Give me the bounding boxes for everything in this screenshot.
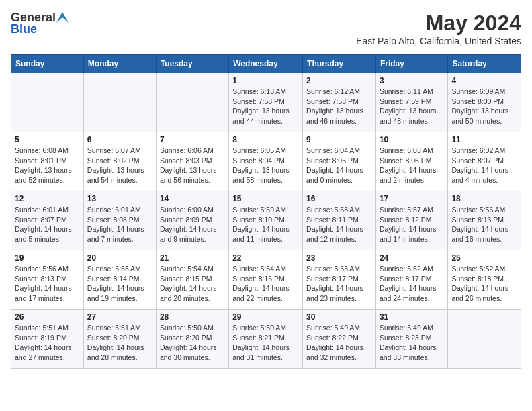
day-info: Sunrise: 5:52 AM Sunset: 8:18 PM Dayligh… [451,264,517,304]
calendar-cell: 30Sunrise: 5:49 AM Sunset: 8:22 PM Dayli… [303,310,376,369]
day-number: 7 [160,135,225,144]
calendar-cell: 12Sunrise: 6:01 AM Sunset: 8:07 PM Dayli… [11,191,84,250]
calendar-cell: 15Sunrise: 5:59 AM Sunset: 8:10 PM Dayli… [229,191,303,250]
calendar-cell [11,73,84,132]
day-info: Sunrise: 5:50 AM Sunset: 8:20 PM Dayligh… [160,323,225,363]
day-info: Sunrise: 6:01 AM Sunset: 8:07 PM Dayligh… [15,205,80,244]
calendar-cell: 16Sunrise: 5:58 AM Sunset: 8:11 PM Dayli… [303,191,376,250]
calendar-cell: 31Sunrise: 5:49 AM Sunset: 8:23 PM Dayli… [375,310,447,369]
day-number: 3 [380,76,444,85]
day-number: 1 [232,76,299,85]
day-info: Sunrise: 5:53 AM Sunset: 8:17 PM Dayligh… [306,264,372,304]
calendar-cell: 14Sunrise: 6:00 AM Sunset: 8:09 PM Dayli… [156,191,228,250]
weekday-header: Friday [375,55,447,73]
day-info: Sunrise: 6:04 AM Sunset: 8:05 PM Dayligh… [306,146,372,185]
calendar-cell: 5Sunrise: 6:08 AM Sunset: 8:01 PM Daylig… [11,132,84,191]
calendar-cell: 9Sunrise: 6:04 AM Sunset: 8:05 PM Daylig… [303,132,376,191]
calendar-cell: 20Sunrise: 5:55 AM Sunset: 8:14 PM Dayli… [83,250,156,310]
calendar-cell [83,73,156,132]
day-number: 5 [15,135,80,144]
day-info: Sunrise: 6:12 AM Sunset: 7:58 PM Dayligh… [306,87,372,126]
day-info: Sunrise: 6:06 AM Sunset: 8:03 PM Dayligh… [160,146,225,185]
day-info: Sunrise: 6:09 AM Sunset: 8:00 PM Dayligh… [451,87,517,126]
day-number: 10 [380,135,444,144]
day-number: 8 [232,135,299,144]
weekday-header: Thursday [303,55,376,73]
day-number: 24 [380,253,444,263]
day-number: 26 [15,312,80,322]
day-info: Sunrise: 6:05 AM Sunset: 8:04 PM Dayligh… [232,146,299,185]
calendar-cell: 25Sunrise: 5:52 AM Sunset: 8:18 PM Dayli… [448,250,521,310]
logo-bird-icon [56,12,69,23]
calendar-week-row: 26Sunrise: 5:51 AM Sunset: 8:19 PM Dayli… [11,310,521,369]
day-info: Sunrise: 5:59 AM Sunset: 8:10 PM Dayligh… [232,205,299,244]
day-info: Sunrise: 5:51 AM Sunset: 8:20 PM Dayligh… [87,323,152,363]
calendar-cell: 27Sunrise: 5:51 AM Sunset: 8:20 PM Dayli… [83,310,156,369]
day-number: 30 [306,312,372,322]
weekday-header: Saturday [448,55,521,73]
day-number: 19 [15,253,80,263]
day-info: Sunrise: 6:01 AM Sunset: 8:08 PM Dayligh… [87,205,152,244]
calendar-cell: 23Sunrise: 5:53 AM Sunset: 8:17 PM Dayli… [303,250,376,310]
day-info: Sunrise: 5:54 AM Sunset: 8:16 PM Dayligh… [232,264,299,304]
day-number: 12 [15,194,80,203]
calendar-cell: 2Sunrise: 6:12 AM Sunset: 7:58 PM Daylig… [303,73,376,132]
day-info: Sunrise: 5:56 AM Sunset: 8:13 PM Dayligh… [451,205,517,244]
day-info: Sunrise: 6:13 AM Sunset: 7:58 PM Dayligh… [232,87,299,126]
calendar-week-row: 1Sunrise: 6:13 AM Sunset: 7:58 PM Daylig… [11,73,521,132]
day-info: Sunrise: 6:03 AM Sunset: 8:06 PM Dayligh… [380,146,444,185]
weekday-header: Tuesday [156,55,228,73]
calendar-cell: 29Sunrise: 5:50 AM Sunset: 8:21 PM Dayli… [229,310,303,369]
day-number: 16 [306,194,372,203]
day-number: 22 [232,253,299,263]
weekday-header: Wednesday [229,55,303,73]
day-info: Sunrise: 6:07 AM Sunset: 8:02 PM Dayligh… [87,146,152,185]
day-info: Sunrise: 5:56 AM Sunset: 8:13 PM Dayligh… [15,264,80,304]
calendar-cell: 11Sunrise: 6:02 AM Sunset: 8:07 PM Dayli… [448,132,521,191]
day-number: 15 [232,194,299,203]
day-info: Sunrise: 5:50 AM Sunset: 8:21 PM Dayligh… [232,323,299,363]
day-info: Sunrise: 5:49 AM Sunset: 8:23 PM Dayligh… [380,323,444,363]
day-info: Sunrise: 5:57 AM Sunset: 8:12 PM Dayligh… [380,205,444,244]
weekday-header: Monday [83,55,156,73]
day-info: Sunrise: 5:51 AM Sunset: 8:19 PM Dayligh… [15,323,80,363]
calendar-table: SundayMondayTuesdayWednesdayThursdayFrid… [11,54,521,369]
day-number: 13 [87,194,152,203]
day-info: Sunrise: 6:11 AM Sunset: 7:59 PM Dayligh… [380,87,444,126]
logo-blue-text: Blue [11,22,37,36]
calendar-cell: 26Sunrise: 5:51 AM Sunset: 8:19 PM Dayli… [11,310,84,369]
day-number: 18 [451,194,517,203]
calendar-cell: 8Sunrise: 6:05 AM Sunset: 8:04 PM Daylig… [229,132,303,191]
calendar-cell: 13Sunrise: 6:01 AM Sunset: 8:08 PM Dayli… [83,191,156,250]
day-number: 17 [380,194,444,203]
calendar-cell [448,310,521,369]
day-number: 28 [160,312,225,322]
calendar-cell: 19Sunrise: 5:56 AM Sunset: 8:13 PM Dayli… [11,250,84,310]
day-number: 31 [380,312,444,322]
day-info: Sunrise: 5:58 AM Sunset: 8:11 PM Dayligh… [306,205,372,244]
calendar-cell: 21Sunrise: 5:54 AM Sunset: 8:15 PM Dayli… [156,250,228,310]
day-number: 25 [451,253,517,263]
day-number: 9 [306,135,372,144]
day-number: 29 [232,312,299,322]
calendar-cell: 4Sunrise: 6:09 AM Sunset: 8:00 PM Daylig… [448,73,521,132]
weekday-header-row: SundayMondayTuesdayWednesdayThursdayFrid… [11,55,521,73]
calendar-cell: 17Sunrise: 5:57 AM Sunset: 8:12 PM Dayli… [375,191,447,250]
day-info: Sunrise: 5:54 AM Sunset: 8:15 PM Dayligh… [160,264,225,304]
calendar-cell [156,73,228,132]
day-info: Sunrise: 6:00 AM Sunset: 8:09 PM Dayligh… [160,205,225,244]
calendar-week-row: 19Sunrise: 5:56 AM Sunset: 8:13 PM Dayli… [11,250,521,310]
weekday-header: Sunday [11,55,84,73]
calendar-cell: 22Sunrise: 5:54 AM Sunset: 8:16 PM Dayli… [229,250,303,310]
day-number: 2 [306,76,372,85]
title-area: May 2024 East Palo Alto, California, Uni… [356,11,521,46]
day-number: 27 [87,312,152,322]
day-number: 6 [87,135,152,144]
calendar-cell: 10Sunrise: 6:03 AM Sunset: 8:06 PM Dayli… [375,132,447,191]
calendar-cell: 7Sunrise: 6:06 AM Sunset: 8:03 PM Daylig… [156,132,228,191]
calendar-cell: 28Sunrise: 5:50 AM Sunset: 8:20 PM Dayli… [156,310,228,369]
day-number: 20 [87,253,152,263]
day-number: 14 [160,194,225,203]
location-title: East Palo Alto, California, United State… [356,36,521,46]
calendar-cell: 24Sunrise: 5:52 AM Sunset: 8:17 PM Dayli… [375,250,447,310]
